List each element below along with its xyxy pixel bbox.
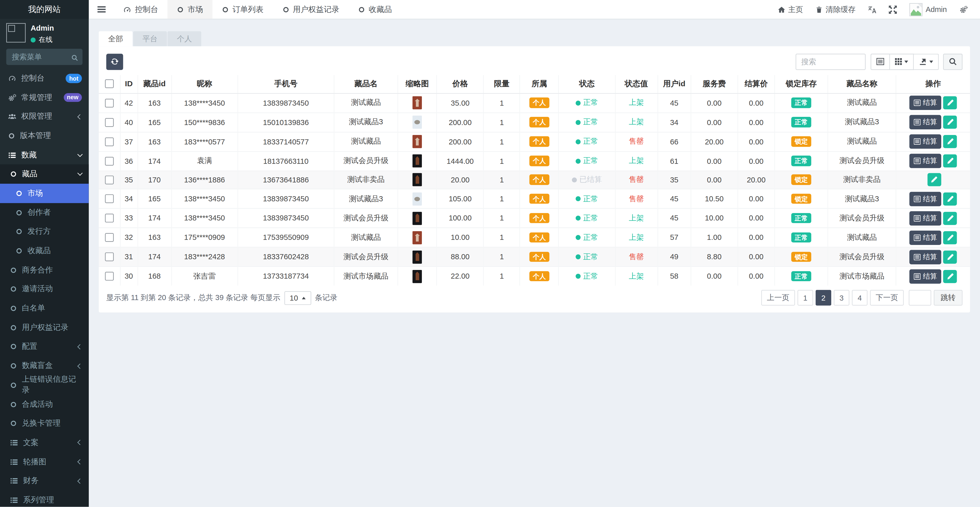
page-button-3[interactable]: 3: [834, 290, 850, 305]
edit-button[interactable]: [943, 250, 957, 263]
row-checkbox[interactable]: [105, 233, 114, 242]
sidebar-item-shucang[interactable]: 数藏: [0, 145, 89, 165]
refresh-button[interactable]: [106, 53, 123, 70]
sidebar-item-version-admin[interactable]: 版本管理: [0, 126, 89, 145]
sidebar-item-synthesis-activity[interactable]: 合成活动: [0, 395, 89, 414]
settings-button[interactable]: [953, 0, 974, 19]
toggle-pagination-button[interactable]: [870, 53, 890, 70]
export-button[interactable]: [914, 53, 939, 70]
row-checkbox[interactable]: [105, 253, 114, 261]
settle-button[interactable]: 结算: [909, 135, 942, 149]
site-title[interactable]: 我的网站: [0, 0, 89, 19]
row-checkbox[interactable]: [105, 99, 114, 107]
sidebar-item-console[interactable]: 控制台hot: [0, 68, 89, 88]
table-search-button[interactable]: [943, 53, 963, 70]
topbar-tab-console[interactable]: 控制台: [114, 0, 168, 19]
settle-button[interactable]: 结算: [909, 192, 942, 206]
sidebar-item-general-admin[interactable]: 常规管理new: [0, 88, 89, 107]
admin-user-menu[interactable]: Admin: [903, 0, 953, 19]
list-icon: [10, 477, 18, 485]
topbar-tab-order-list[interactable]: 订单列表: [213, 0, 273, 19]
row-checkbox[interactable]: [105, 118, 114, 127]
cell-service-fee: 0.00: [691, 113, 738, 132]
edit-button[interactable]: [943, 116, 957, 129]
page-size-select[interactable]: 10: [284, 291, 311, 305]
row-checkbox[interactable]: [105, 176, 114, 184]
topbar-tab-collections[interactable]: 收藏品: [348, 0, 401, 19]
cell-name: 测试藏品: [334, 132, 398, 151]
tab-personal[interactable]: 个人: [167, 31, 201, 46]
edit-button[interactable]: [943, 96, 957, 109]
market-table: ID藏品id昵称手机号藏品名缩略图价格限量所属状态状态值用户id服务费结算价锁定…: [99, 75, 970, 286]
prev-page-button[interactable]: 上一页: [761, 290, 795, 305]
page-button-1[interactable]: 1: [797, 290, 813, 305]
clear-cache-button[interactable]: 清除缓存: [809, 0, 862, 19]
edit-button[interactable]: [927, 173, 941, 186]
edit-button[interactable]: [943, 154, 957, 167]
table-search-input[interactable]: [796, 53, 865, 70]
sidebar-item-label: 财务: [23, 475, 39, 486]
trash-icon: [816, 6, 822, 13]
sidebar-item-config[interactable]: 配置: [0, 337, 89, 356]
sidebar-item-market[interactable]: 市场: [0, 184, 89, 203]
sidebar-item-whitelist[interactable]: 白名单: [0, 299, 89, 318]
page-button-2[interactable]: 2: [816, 290, 831, 305]
edit-button[interactable]: [943, 192, 957, 205]
status-value-label: 上架: [629, 156, 644, 165]
sidebar-item-business-coop[interactable]: 商务合作: [0, 261, 89, 280]
sidebar-item-creator[interactable]: 创作者: [0, 203, 89, 222]
edit-button[interactable]: [943, 270, 957, 283]
home-icon: [778, 6, 785, 13]
fullscreen-button[interactable]: [883, 0, 903, 19]
topbar-tab-user-rights-record[interactable]: 用户权益记录: [273, 0, 348, 19]
sidebar-item-carousel[interactable]: 轮播图: [0, 452, 89, 471]
row-checkbox[interactable]: [105, 157, 114, 165]
cell-lock-stock: 正常: [775, 151, 828, 171]
jump-button[interactable]: 跳转: [934, 290, 963, 305]
sidebar-item-redeem-card-admin[interactable]: 兑换卡管理: [0, 414, 89, 433]
badge-new: new: [64, 93, 82, 102]
jump-page-input[interactable]: [909, 290, 931, 305]
sidebar-item-series-admin[interactable]: 系列管理: [0, 491, 89, 507]
next-page-button[interactable]: 下一页: [870, 290, 904, 305]
edit-button[interactable]: [943, 135, 957, 148]
status-dot: [576, 139, 581, 144]
sidebar-item-chain-error-record[interactable]: 上链错误信息记录: [0, 376, 89, 395]
settle-button[interactable]: 结算: [909, 269, 942, 283]
settle-button[interactable]: 结算: [909, 115, 942, 129]
row-checkbox[interactable]: [105, 214, 114, 223]
edit-button[interactable]: [943, 211, 957, 224]
settle-button[interactable]: 结算: [909, 96, 942, 110]
edit-button[interactable]: [943, 231, 957, 244]
translate-button[interactable]: [862, 0, 883, 19]
sidebar-item-finance[interactable]: 财务: [0, 472, 89, 491]
page-button-4[interactable]: 4: [852, 290, 867, 305]
row-checkbox[interactable]: [105, 195, 114, 203]
sidebar-item-collection[interactable]: 收藏品: [0, 242, 89, 261]
sidebar-item-issuer[interactable]: 发行方: [0, 222, 89, 242]
tab-platform[interactable]: 平台: [133, 31, 167, 46]
sidebar-item-cangpin[interactable]: 藏品: [0, 165, 89, 184]
table-row: 40165150****983615010139836测试藏品3200.001个…: [99, 113, 970, 132]
status-dot: [576, 274, 581, 279]
settle-button[interactable]: 结算: [909, 154, 942, 168]
settle-button[interactable]: 结算: [909, 250, 942, 264]
cell-id: 40: [120, 113, 138, 132]
columns-button[interactable]: [890, 53, 914, 70]
settle-button[interactable]: 结算: [909, 211, 942, 225]
sidebar-item-permission-admin[interactable]: 权限管理: [0, 107, 89, 126]
sidebar-item-copywriting[interactable]: 文案: [0, 433, 89, 452]
hamburger-menu-icon[interactable]: [89, 0, 114, 19]
settle-button[interactable]: 结算: [909, 230, 942, 245]
home-button[interactable]: 主页: [772, 0, 809, 19]
row-checkbox[interactable]: [105, 138, 114, 146]
cell-thumbnail: [398, 132, 437, 151]
select-all-checkbox[interactable]: [105, 79, 114, 88]
search-icon[interactable]: [71, 52, 78, 64]
sidebar-item-user-rights-record[interactable]: 用户权益记录: [0, 318, 89, 337]
sidebar-item-invite-activity[interactable]: 邀请活动: [0, 280, 89, 299]
topbar-tab-market[interactable]: 市场: [168, 0, 213, 19]
sidebar-item-blindbox[interactable]: 数藏盲盒: [0, 356, 89, 376]
tab-all[interactable]: 全部: [99, 31, 132, 46]
row-checkbox[interactable]: [105, 272, 114, 281]
